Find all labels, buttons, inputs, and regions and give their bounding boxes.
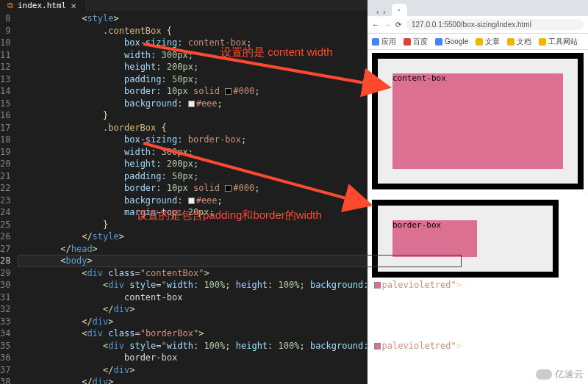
code-line[interactable]: content-box (18, 291, 462, 304)
bookmark-label: 文档 (517, 37, 531, 47)
code-line[interactable]: padding: 50px; (18, 170, 462, 183)
code-line[interactable]: border: 10px solid #000; (18, 85, 462, 98)
line-number: 20 (0, 158, 10, 170)
watermark: 亿速云 (536, 368, 584, 381)
code-line[interactable]: <div style="width: 100%; height: 100%; b… (18, 340, 462, 352)
bookmark-label: 工具网站 (548, 37, 578, 47)
bookmark-folder[interactable]: 文章 (476, 37, 500, 47)
line-number: 8 (0, 12, 10, 25)
line-number: 28 (0, 255, 10, 267)
code-line[interactable]: <body> (18, 255, 462, 267)
code-line[interactable]: width: 300px; (18, 146, 462, 159)
editor-tab-bar: ⧉ index.html × (0, 0, 368, 11)
close-icon[interactable]: × (71, 0, 76, 11)
line-number: 13 (0, 73, 10, 86)
code-line[interactable]: <div class="contentBox"> (18, 267, 462, 280)
line-number: 36 (0, 352, 10, 364)
line-number: 32 (0, 303, 10, 316)
line-number-gutter: 8910111213141516171819202122232425262728… (0, 12, 18, 384)
line-number: 21 (0, 170, 10, 183)
code-line[interactable]: </head> (18, 243, 462, 256)
line-number: 37 (0, 364, 10, 377)
code-line[interactable]: </div> (18, 376, 462, 384)
forward-icon[interactable]: → (384, 21, 391, 29)
line-number: 17 (0, 122, 10, 134)
code-line[interactable]: box-sizing: content-box; (18, 37, 462, 49)
bookmark-folder[interactable]: 文档 (507, 37, 531, 47)
line-number: 25 (0, 219, 10, 231)
code-line[interactable]: </div> (18, 303, 462, 316)
line-number: 9 (0, 25, 10, 37)
line-number: 22 (0, 182, 10, 195)
code-line[interactable]: <div class="borderBox"> (18, 327, 462, 340)
code-line[interactable]: padding: 50px; (18, 73, 462, 86)
folder-icon (476, 38, 483, 46)
code-line[interactable]: </div> (18, 316, 462, 328)
code-line[interactable]: } (18, 219, 462, 231)
code-line[interactable]: border-box (18, 352, 462, 364)
bookmark-folder[interactable]: 工具网站 (539, 37, 578, 47)
code-line[interactable]: <style> (18, 12, 462, 25)
line-number: 34 (0, 327, 10, 340)
folder-icon (539, 38, 546, 46)
line-number: 35 (0, 340, 10, 352)
code-line[interactable]: width: 300px; (18, 49, 462, 62)
code-line[interactable]: margin-top: 20px; (18, 206, 462, 219)
folder-icon (507, 38, 514, 46)
code-line[interactable]: </style> (18, 231, 462, 243)
bookmark-label: 文章 (485, 37, 500, 47)
line-number: 10 (0, 37, 10, 49)
cloud-icon (536, 369, 552, 380)
code-line[interactable]: .borderBox { (18, 122, 462, 134)
code-line[interactable]: background: #eee; (18, 195, 462, 207)
line-number: 30 (0, 279, 10, 291)
line-number: 26 (0, 231, 10, 243)
line-number: 33 (0, 316, 10, 328)
line-number: 27 (0, 243, 10, 256)
watermark-text: 亿速云 (555, 368, 584, 381)
line-number: 23 (0, 195, 10, 207)
line-number: 16 (0, 109, 10, 122)
line-number: 19 (0, 146, 10, 159)
line-number: 11 (0, 49, 10, 62)
code-content[interactable]: <style> .contentBox { box-sizing: conten… (18, 12, 462, 384)
line-number: 12 (0, 61, 10, 73)
line-number: 38 (0, 376, 10, 384)
code-line[interactable]: </div> (18, 364, 462, 377)
code-line[interactable]: } (18, 109, 462, 122)
line-number: 29 (0, 267, 10, 280)
line-number: 31 (0, 291, 10, 304)
file-icon: ⧉ (7, 1, 13, 10)
code-editor[interactable]: 8910111213141516171819202122232425262728… (0, 11, 368, 384)
editor-tab-label: index.html (18, 1, 66, 10)
editor-tab-index-html[interactable]: ⧉ index.html × (0, 0, 85, 11)
code-line[interactable]: .contentBox { (18, 25, 462, 37)
line-number: 14 (0, 85, 10, 98)
code-line[interactable]: background: #eee; (18, 98, 462, 110)
editor-pane: ⧉ index.html × 8910111213141516171819202… (0, 0, 368, 384)
code-line[interactable]: height: 200px; (18, 61, 462, 73)
line-number: 24 (0, 206, 10, 219)
code-line[interactable]: <div style="width: 100%; height: 100%; b… (18, 279, 462, 291)
code-line[interactable]: border: 10px solid #000; (18, 182, 462, 195)
code-line[interactable]: height: 200px; (18, 158, 462, 170)
code-line[interactable]: box-sizing: border-box; (18, 134, 462, 146)
line-number: 18 (0, 134, 10, 146)
line-number: 15 (0, 98, 10, 110)
